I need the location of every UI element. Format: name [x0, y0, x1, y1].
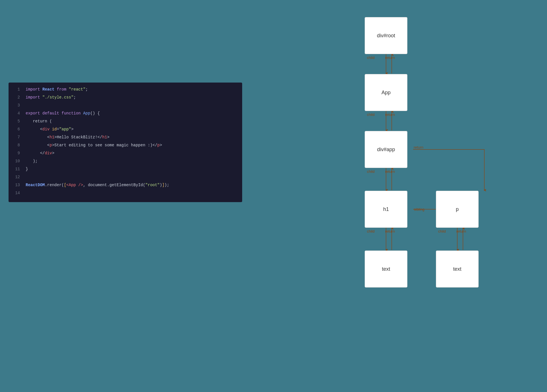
- line-content: import React from "react";: [26, 87, 88, 92]
- code-line-6: 6 <div id="app">: [9, 125, 242, 133]
- code-line-9: 9 </div>: [9, 149, 242, 157]
- label-divapp-child: child: [367, 169, 375, 174]
- line-number: 12: [11, 175, 20, 179]
- label-h1-child: child: [367, 229, 375, 233]
- label-divapp-return: return: [385, 169, 395, 174]
- line-number: 11: [11, 167, 20, 171]
- line-number: 14: [11, 191, 20, 195]
- line-content: import "./style.css";: [26, 95, 76, 100]
- code-line-14: 14: [9, 189, 242, 197]
- line-content: </div>: [26, 151, 54, 155]
- code-line-5: 5 return (: [9, 117, 242, 125]
- tree-node-p: p: [436, 191, 479, 228]
- line-content: ReactDOM.render([<App />, document.getEl…: [26, 183, 169, 187]
- label-divroot-child: child: [367, 56, 375, 60]
- code-line-8: 8 <p>Start editing to see some magic hap…: [9, 141, 242, 149]
- line-content: <p>Start editing to see some magic happe…: [26, 143, 162, 147]
- line-number: 5: [11, 119, 20, 124]
- code-line-3: 3: [9, 101, 242, 109]
- line-content: <div id="app">: [26, 127, 74, 132]
- code-line-10: 10 );: [9, 157, 242, 165]
- line-content: export default function App() {: [26, 111, 100, 116]
- tree-node-h1: h1: [365, 191, 407, 228]
- code-line-4: 4export default function App() {: [9, 109, 242, 117]
- label-divapp-return-right: return: [414, 145, 423, 149]
- code-editor: 1import React from "react";2import "./st…: [9, 83, 242, 202]
- label-app-child: child: [367, 112, 375, 117]
- line-number: 3: [11, 103, 20, 108]
- line-number: 9: [11, 151, 20, 155]
- label-p-child: child: [438, 229, 446, 233]
- tree-node-text1: text: [365, 251, 407, 288]
- line-number: 6: [11, 127, 20, 132]
- code-line-11: 11}: [9, 165, 242, 173]
- code-line-12: 12: [9, 173, 242, 181]
- label-p-return: return: [456, 229, 466, 233]
- label-h1-return: return: [385, 229, 395, 233]
- line-number: 4: [11, 111, 20, 116]
- line-number: 7: [11, 135, 20, 139]
- code-line-2: 2import "./style.css";: [9, 93, 242, 101]
- tree-node-divapp: div#app: [365, 131, 407, 168]
- line-number: 13: [11, 183, 20, 187]
- code-line-7: 7 <h1>Hello StackBlitz!</h1>: [9, 133, 242, 141]
- tree-diagram: div#root child return App child return d…: [342, 9, 536, 384]
- line-content: }: [26, 167, 28, 171]
- line-number: 2: [11, 95, 20, 100]
- tree-node-text2: text: [436, 251, 479, 288]
- line-content: return (: [26, 119, 52, 124]
- tree-node-app: App: [365, 74, 407, 111]
- line-number: 1: [11, 87, 20, 92]
- tree-node-divroot: div#root: [365, 17, 407, 54]
- line-number: 10: [11, 159, 20, 163]
- line-content: <h1>Hello StackBlitz!</h1>: [26, 135, 109, 139]
- label-divroot-return: return: [385, 56, 395, 60]
- code-line-1: 1import React from "react";: [9, 85, 242, 93]
- line-number: 8: [11, 143, 20, 147]
- code-line-13: 13ReactDOM.render([<App />, document.get…: [9, 181, 242, 189]
- label-app-return: return: [385, 112, 395, 117]
- line-content: );: [26, 159, 38, 163]
- label-h1-sibling: sibling: [414, 207, 424, 212]
